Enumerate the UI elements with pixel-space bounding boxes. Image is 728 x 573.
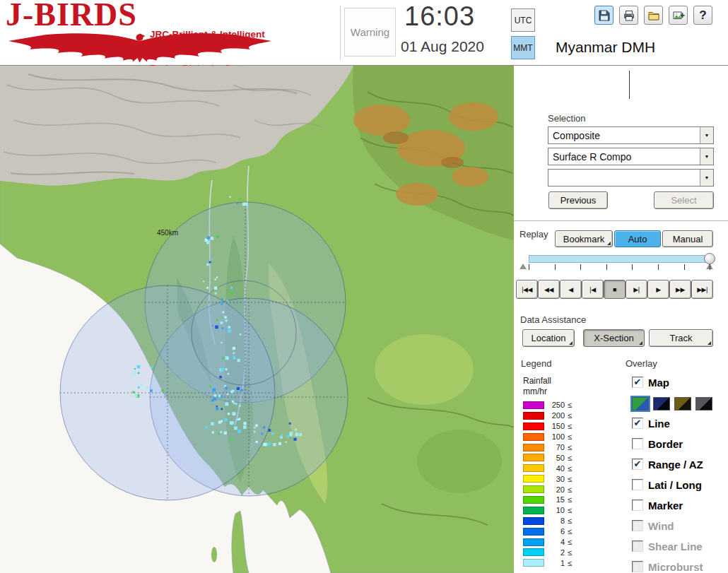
bookmark-button[interactable]: Bookmark xyxy=(555,230,613,247)
track-button[interactable]: Track xyxy=(649,329,713,347)
overlay-label: Map xyxy=(648,377,669,389)
manual-mode-button[interactable]: Manual xyxy=(662,230,713,247)
print-button[interactable] xyxy=(619,6,638,25)
overlay-section-label: Overlay xyxy=(626,358,657,369)
playback-button-6[interactable]: ▶ xyxy=(647,280,669,299)
overlay-label: Shear Line xyxy=(648,540,703,553)
overlay-checkbox[interactable] xyxy=(632,500,643,511)
overlay-label: Lati / Long xyxy=(648,479,702,491)
overlay-checkbox[interactable]: ✔ xyxy=(632,459,643,470)
legend-value: 40 xyxy=(547,464,565,473)
chevron-down-icon[interactable] xyxy=(700,127,713,143)
legend-row: 20≤ xyxy=(523,484,572,495)
overlay-label: Microburst xyxy=(648,561,703,573)
extra-combobox[interactable] xyxy=(548,169,714,187)
legend-scale: 250≤200≤150≤100≤70≤50≤40≤30≤20≤15≤10≤8≤6… xyxy=(523,400,572,568)
legend-row: 4≤ xyxy=(523,537,572,548)
overlay-item-marker: Marker xyxy=(632,497,727,513)
replay-timeline[interactable] xyxy=(529,255,710,263)
timeline-start-marker xyxy=(519,264,527,269)
playback-controls: |◀◀◀◀◀|◀■▶|▶▶▶▶▶| xyxy=(516,280,713,299)
replay-timeline-handle[interactable] xyxy=(704,253,715,264)
playback-button-7[interactable]: ▶▶ xyxy=(669,280,691,299)
open-folder-icon xyxy=(647,9,660,22)
legend-swatch xyxy=(523,485,544,493)
legend-lte-symbol: ≤ xyxy=(568,454,572,462)
legend-row: 15≤ xyxy=(523,495,572,505)
open-folder-button[interactable] xyxy=(644,6,663,25)
legend-row: 6≤ xyxy=(523,526,572,537)
overlay-checkbox[interactable] xyxy=(632,438,643,449)
subproduct-combobox[interactable]: Surface R Compo xyxy=(548,148,714,165)
legend-row: 100≤ xyxy=(523,432,572,442)
map-style-swatch-4[interactable] xyxy=(695,397,712,410)
terrain-map: 450km xyxy=(0,66,514,573)
location-button[interactable]: Location xyxy=(522,329,575,347)
legend-row: 8≤ xyxy=(523,516,572,526)
playback-button-0[interactable]: |◀◀ xyxy=(516,280,538,299)
legend-value: 8 xyxy=(547,516,565,525)
radar-map[interactable]: 450km xyxy=(0,66,514,573)
overlay-item-microburst: Microburst xyxy=(632,559,727,573)
legend-value: 2 xyxy=(547,548,565,557)
text-caret xyxy=(629,71,630,99)
legend-row: 150≤ xyxy=(523,421,572,432)
playback-button-4[interactable]: ■ xyxy=(604,280,626,299)
legend-lte-symbol: ≤ xyxy=(568,464,572,473)
legend-row: 50≤ xyxy=(523,452,572,463)
select-button: Select xyxy=(654,191,714,209)
header-divider xyxy=(340,6,341,60)
playback-button-2[interactable]: ◀ xyxy=(560,280,582,299)
legend-value: 6 xyxy=(547,527,565,536)
station-display[interactable] xyxy=(547,67,714,102)
legend-value: 100 xyxy=(547,432,565,441)
map-style-swatch-3[interactable] xyxy=(674,397,691,410)
legend-swatch xyxy=(523,412,544,420)
x-section-button[interactable]: X-Section xyxy=(583,329,645,347)
overlay-item-map: ✔Map xyxy=(632,374,727,390)
help-button[interactable]: ? xyxy=(693,6,712,25)
timezone-mmt-button[interactable]: MMT xyxy=(511,36,535,59)
timezone-utc-button[interactable]: UTC xyxy=(511,8,535,32)
check-mark-icon: ✔ xyxy=(634,459,642,468)
legend-swatch xyxy=(523,559,544,567)
timeline-ticks xyxy=(529,264,711,270)
overlay-checkbox[interactable] xyxy=(632,479,643,490)
map-style-swatch-1[interactable] xyxy=(632,397,649,410)
legend-lte-symbol: ≤ xyxy=(568,495,572,504)
legend-row: 2≤ xyxy=(523,547,572,557)
chevron-down-icon[interactable] xyxy=(700,148,713,165)
legend-swatch xyxy=(523,454,544,461)
playback-button-5[interactable]: ▶| xyxy=(626,280,647,299)
check-mark-icon: ✔ xyxy=(634,418,642,427)
add-image-button[interactable] xyxy=(669,6,688,25)
overlay-item-wind: Wind xyxy=(632,518,727,533)
map-style-swatches xyxy=(632,395,727,412)
legend-row: 1≤ xyxy=(523,557,572,568)
overlay-checkbox xyxy=(632,561,643,572)
legend-row: 70≤ xyxy=(523,442,572,453)
location-button-label: Location xyxy=(531,333,565,343)
overlay-item-line: ✔Line xyxy=(632,415,727,431)
overlay-checkbox[interactable]: ✔ xyxy=(632,418,643,429)
clock-date: 01 Aug 2020 xyxy=(401,38,484,55)
warning-indicator[interactable]: Warning xyxy=(344,8,396,57)
legend-row: 200≤ xyxy=(523,410,572,421)
legend-swatch xyxy=(523,401,544,409)
chevron-down-icon[interactable] xyxy=(700,170,713,186)
map-style-swatch-2[interactable] xyxy=(653,397,670,410)
check-mark-icon: ✔ xyxy=(634,377,642,386)
playback-button-1[interactable]: ◀◀ xyxy=(538,280,560,299)
legend-value: 4 xyxy=(547,538,565,546)
overlay-checkbox[interactable]: ✔ xyxy=(632,377,643,388)
legend-swatch xyxy=(523,433,544,441)
product-combobox[interactable]: Composite xyxy=(548,126,714,144)
overlay-item-range-az: ✔Range / AZ xyxy=(632,456,727,472)
range-ring-label: 450km xyxy=(157,229,178,237)
playback-button-3[interactable]: |◀ xyxy=(582,280,604,299)
previous-button[interactable]: Previous xyxy=(548,191,608,209)
playback-button-8[interactable]: ▶▶| xyxy=(691,280,713,299)
legend-lte-symbol: ≤ xyxy=(568,559,572,567)
save-button[interactable] xyxy=(594,6,613,25)
auto-mode-button[interactable]: Auto xyxy=(614,230,661,247)
